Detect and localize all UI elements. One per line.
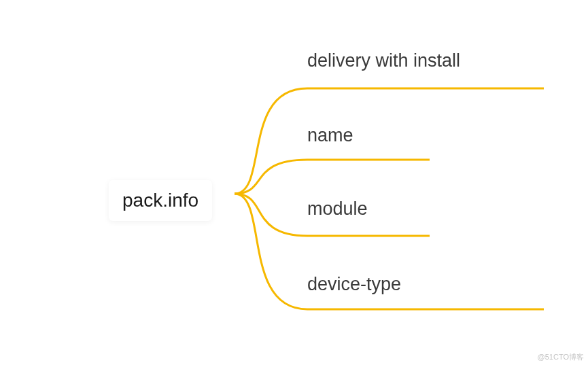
- child-label: device-type: [307, 274, 401, 294]
- child-label: name: [307, 125, 353, 145]
- mindmap-child-node: delivery with install: [307, 50, 460, 71]
- mindmap-child-node: device-type: [307, 274, 401, 295]
- mindmap-connectors: [0, 0, 588, 365]
- mindmap-child-node: module: [307, 198, 368, 220]
- mindmap-root-node: pack.info: [109, 180, 212, 221]
- child-label: module: [307, 198, 368, 219]
- watermark: @51CTO博客: [538, 352, 584, 362]
- child-label: delivery with install: [307, 50, 460, 71]
- mindmap-child-node: name: [307, 125, 353, 146]
- root-label: pack.info: [122, 190, 198, 211]
